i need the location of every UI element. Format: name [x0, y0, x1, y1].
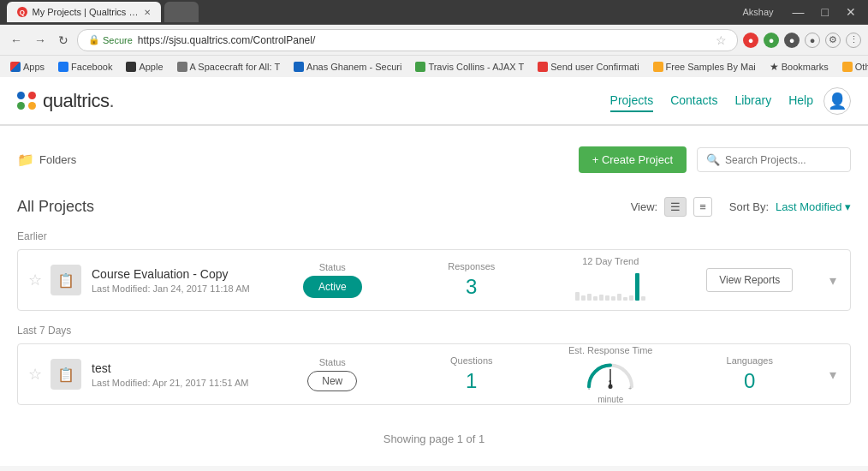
create-project-label: + Create Project: [592, 153, 673, 166]
bookmark-free-samples[interactable]: Free Samples By Mai: [650, 61, 759, 73]
star-button-test[interactable]: ☆: [28, 365, 42, 384]
apple-icon: [126, 62, 136, 72]
bookmarks-bar: Apps Facebook Apple A Spacecraft for All…: [0, 55, 868, 77]
trend-bar-3: [587, 294, 592, 301]
project-metrics-test: Status New Questions 1 Est. Response Tim…: [263, 345, 819, 404]
bookmark-anas-label: Anas Ghanem - Securi: [306, 62, 401, 72]
forward-button[interactable]: →: [31, 32, 50, 49]
search-box[interactable]: 🔍: [697, 147, 851, 172]
trend-col-label: 12 Day Trend: [582, 256, 639, 266]
est-col-label: Est. Response Time: [568, 345, 652, 355]
other-bookmarks-icon: [842, 62, 853, 72]
grid-view-button[interactable]: ☰: [664, 197, 687, 217]
bookmark-travis-label: Travis Collins - AJAX T: [428, 62, 524, 72]
gauge-unit-label: minute: [597, 395, 623, 404]
dot-green: [17, 102, 25, 110]
create-project-button[interactable]: + Create Project: [579, 146, 687, 173]
new-tab[interactable]: [164, 2, 199, 22]
responses-value: 3: [466, 275, 477, 299]
bookmark-apps[interactable]: Apps: [7, 61, 48, 73]
bookmark-spacecraft[interactable]: A Spacecraft for All: T: [174, 61, 284, 73]
bookmark-star-icon[interactable]: ☆: [716, 33, 727, 47]
browser-icon-1[interactable]: ●: [743, 33, 758, 48]
tab-close-icon[interactable]: ✕: [144, 8, 151, 17]
browser-icon-4[interactable]: ●: [805, 33, 820, 48]
browser-icon-5[interactable]: ⚙: [825, 33, 841, 48]
bookmark-anas[interactable]: Anas Ghanem - Securi: [290, 61, 405, 73]
responses-col-label: Responses: [448, 261, 495, 271]
bookmark-bookmarks[interactable]: ★ Bookmarks: [766, 60, 832, 74]
section-header: All Projects View: ☰ ≡ Sort By: Last Mod…: [17, 190, 851, 217]
browser-icon-2[interactable]: ●: [764, 33, 779, 48]
project-thumbnail: 📋: [51, 265, 81, 295]
trend-bar-10: [629, 295, 633, 301]
samples-icon: [653, 62, 663, 72]
browser-menu-icon[interactable]: ⋮: [846, 33, 861, 48]
close-button[interactable]: ✕: [841, 3, 861, 21]
sort-label: Sort By:: [729, 200, 769, 213]
minimize-button[interactable]: —: [788, 3, 810, 21]
star-button[interactable]: ☆: [28, 271, 42, 289]
section-title: All Projects: [17, 198, 631, 216]
expand-icon-test[interactable]: ▾: [826, 363, 840, 386]
view-controls: View: ☰ ≡ Sort By: Last Modified ▾: [631, 197, 851, 217]
list-view-button[interactable]: ≡: [693, 197, 712, 217]
bookmark-bookmarks-label: Bookmarks: [782, 62, 829, 72]
travis-icon: [415, 62, 425, 72]
bookmark-apple[interactable]: Apple: [122, 61, 166, 73]
trend-bar-7: [611, 296, 615, 301]
svg-text:1: 1: [609, 378, 613, 386]
facebook-icon: [58, 62, 68, 72]
bookmark-send[interactable]: Send user Confirmati: [534, 61, 642, 73]
document-icon: 📋: [57, 272, 74, 289]
search-input[interactable]: [725, 154, 841, 166]
nav-contacts[interactable]: Contacts: [670, 90, 717, 112]
project-info-test: test Last Modified: Apr 21, 2017 11:51 A…: [92, 361, 263, 388]
trend-bar-5: [599, 295, 603, 301]
bookmark-send-label: Send user Confirmati: [550, 62, 639, 72]
project-modified-test: Last Modified: Apr 21, 2017 11:51 AM: [92, 378, 263, 388]
expand-icon[interactable]: ▾: [826, 269, 840, 292]
logo: qualtrics.: [17, 90, 114, 112]
folders-button[interactable]: 📁 Folders: [17, 152, 76, 168]
maximize-button[interactable]: □: [817, 3, 834, 21]
browser-tab-title: My Projects | Qualtrics S...: [33, 7, 139, 17]
project-name[interactable]: Course Evaluation - Copy: [92, 267, 263, 281]
bookmark-other[interactable]: Other bookmarks: [839, 61, 868, 73]
questions-col-label: Questions: [450, 355, 493, 366]
trend-chart: [575, 270, 645, 304]
status-metric-test: Status New: [263, 357, 402, 391]
trend-bar-1: [575, 292, 580, 301]
sort-value[interactable]: Last Modified ▾: [776, 200, 851, 213]
project-name-test[interactable]: test: [92, 361, 263, 375]
browser-icon-3[interactable]: ●: [784, 33, 800, 48]
project-modified: Last Modified: Jan 24, 2017 11:18 AM: [92, 283, 263, 294]
bookmark-samples-label: Free Samples By Mai: [666, 62, 756, 72]
folder-icon: 📁: [17, 152, 34, 168]
status-badge: Active: [303, 276, 362, 298]
nav-library[interactable]: Library: [734, 90, 771, 112]
bookmark-travis[interactable]: Travis Collins - AJAX T: [412, 61, 527, 73]
action-metric: View Reports: [681, 268, 820, 292]
dot-yellow: [28, 102, 36, 110]
bookmark-other-label: Other bookmarks: [855, 62, 868, 72]
toolbar: 📁 Folders + Create Project 🔍: [0, 136, 868, 183]
logo-dots: [17, 92, 36, 110]
nav-projects[interactable]: Projects: [610, 90, 654, 112]
status-metric: Status Active: [263, 262, 402, 298]
back-button[interactable]: ←: [7, 32, 26, 49]
project-metrics: Status Active Responses 3 12 Day Trend: [263, 256, 819, 304]
apps-icon: [10, 62, 21, 72]
trend-bar-2: [581, 295, 586, 301]
projects-section: All Projects View: ☰ ≡ Sort By: Last Mod…: [0, 183, 868, 466]
reload-button[interactable]: ↻: [55, 32, 72, 49]
sort-arrow-icon: ▾: [845, 200, 851, 213]
folders-label: Folders: [39, 153, 76, 166]
url-bar[interactable]: 🔒 Secure https://sjsu.qualtrics.com/Cont…: [77, 29, 738, 51]
anas-icon: [294, 62, 304, 72]
status-col-label: Status: [319, 262, 346, 272]
view-reports-button[interactable]: View Reports: [706, 268, 793, 292]
user-avatar[interactable]: 👤: [823, 87, 851, 115]
nav-help[interactable]: Help: [788, 90, 813, 112]
bookmark-facebook[interactable]: Facebook: [55, 61, 116, 73]
